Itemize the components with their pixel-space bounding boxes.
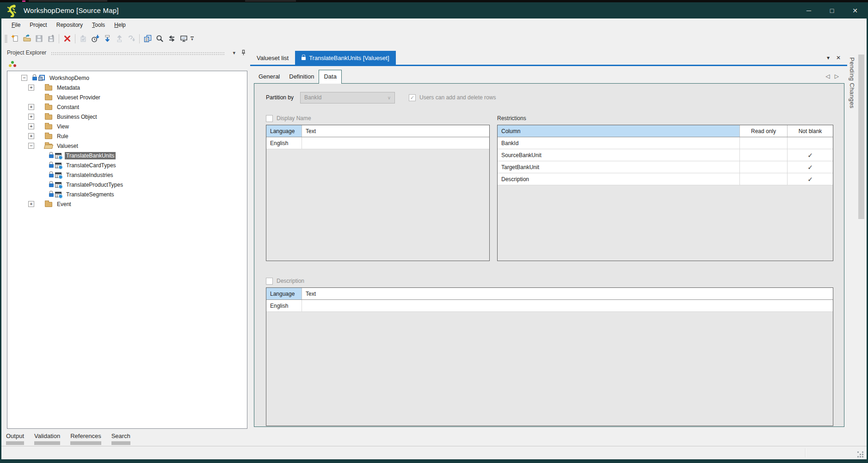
pending-changes-tab[interactable]: Pending Changes bbox=[849, 57, 856, 109]
restriction-row-bankid[interactable]: BankId bbox=[498, 137, 833, 149]
minimize-button[interactable]: ─ bbox=[797, 2, 820, 18]
save-as-button[interactable] bbox=[45, 33, 57, 44]
toolbar-options-button[interactable]: ▾ bbox=[191, 37, 194, 41]
search-button[interactable] bbox=[154, 33, 166, 44]
tree-item-metadata[interactable]: + Metadata bbox=[7, 83, 247, 92]
tree-item-label[interactable]: Event bbox=[55, 201, 73, 208]
delete-button[interactable] bbox=[61, 33, 73, 44]
cell-read-only[interactable] bbox=[740, 161, 788, 173]
tab-general[interactable]: General bbox=[254, 70, 284, 83]
restriction-row-sourcebankunit[interactable]: SourceBankUnit ✓ bbox=[498, 149, 833, 161]
tree-item-label[interactable]: TranslateCardTypes bbox=[65, 162, 117, 169]
collapse-expander-icon[interactable]: − bbox=[21, 75, 27, 81]
column-header-text[interactable]: Text bbox=[302, 125, 489, 137]
cell-text[interactable] bbox=[302, 137, 489, 149]
tab-translatebankunits-valueset[interactable]: TranslateBankUnits [Valueset] bbox=[295, 51, 395, 65]
save-button[interactable] bbox=[33, 33, 45, 44]
column-header-column[interactable]: Column bbox=[498, 125, 740, 137]
tree-item-label[interactable]: Business Object bbox=[55, 113, 98, 121]
cell-read-only[interactable] bbox=[740, 137, 788, 149]
tree-item-label[interactable]: TranslateSegments bbox=[65, 191, 116, 198]
expand-expander-icon[interactable]: + bbox=[28, 201, 34, 207]
restriction-row-targetbankunit[interactable]: TargetBankUnit ✓ bbox=[498, 161, 833, 173]
tree-item-label[interactable]: TranslateIndustries bbox=[65, 171, 115, 179]
tab-output[interactable]: Output bbox=[6, 433, 24, 445]
tree-item-workshopdemo[interactable]: − WorkshopDemo bbox=[7, 73, 247, 83]
tree-item-label[interactable]: Metadata bbox=[55, 84, 81, 91]
column-header-language[interactable]: Language bbox=[266, 288, 302, 299]
column-header-not-blank[interactable]: Not blank bbox=[788, 125, 833, 137]
tab-references[interactable]: References bbox=[70, 433, 101, 445]
add-check-button-disabled[interactable] bbox=[77, 33, 89, 44]
check-in-up-button-disabled[interactable] bbox=[113, 33, 125, 44]
tab-data[interactable]: Data bbox=[319, 70, 341, 84]
tree-item-view[interactable]: + View bbox=[7, 122, 247, 131]
toolbar-grip[interactable] bbox=[5, 35, 7, 43]
cell-column-name[interactable]: SourceBankUnit bbox=[498, 149, 740, 161]
swap-button[interactable] bbox=[166, 33, 178, 44]
cell-language[interactable]: English bbox=[266, 137, 302, 149]
maximize-button[interactable]: □ bbox=[820, 2, 843, 18]
panel-drag-texture[interactable] bbox=[51, 52, 225, 55]
menu-repository[interactable]: Repository bbox=[52, 20, 87, 30]
tree-item-label[interactable]: WorkshopDemo bbox=[48, 74, 91, 82]
partition-by-combobox[interactable]: BankId ∨ bbox=[300, 92, 395, 104]
expand-expander-icon[interactable]: + bbox=[28, 123, 34, 129]
tree-item-translateproducttypes[interactable]: TranslateProductTypes bbox=[7, 180, 247, 189]
cell-not-blank-check[interactable]: ✓ bbox=[788, 149, 833, 161]
tree-item-translateindustries[interactable]: TranslateIndustries bbox=[7, 170, 247, 180]
close-document-icon[interactable]: ✕ bbox=[836, 55, 841, 61]
close-button[interactable]: ✕ bbox=[843, 2, 867, 18]
tree-item-event[interactable]: + Event bbox=[7, 199, 247, 209]
scroll-left-icon[interactable]: ◁ bbox=[826, 73, 830, 79]
tree-item-label[interactable]: View bbox=[55, 123, 70, 130]
column-header-language[interactable]: Language bbox=[266, 125, 302, 137]
get-latest-button[interactable] bbox=[101, 33, 113, 44]
cell-not-blank[interactable] bbox=[788, 137, 833, 149]
undo-checkout-button-disabled[interactable] bbox=[125, 33, 137, 44]
cell-read-only[interactable] bbox=[740, 149, 788, 161]
tree-item-valueset[interactable]: − Valueset bbox=[7, 141, 247, 151]
cell-column-name[interactable]: TargetBankUnit bbox=[498, 161, 740, 173]
open-button[interactable] bbox=[21, 33, 33, 44]
grid-row-english[interactable]: English bbox=[266, 300, 833, 312]
expand-expander-icon[interactable]: + bbox=[28, 133, 34, 139]
cell-not-blank-check[interactable]: ✓ bbox=[788, 161, 833, 173]
resize-grip[interactable] bbox=[856, 451, 863, 457]
remote-screen-button[interactable] bbox=[178, 33, 190, 44]
cell-column-name[interactable]: BankId bbox=[498, 137, 740, 149]
tree-item-label[interactable]: Constant bbox=[55, 104, 80, 111]
status-dots-icon[interactable] bbox=[9, 61, 16, 67]
menu-tools[interactable]: Tools bbox=[87, 20, 110, 30]
column-header-read-only[interactable]: Read only bbox=[740, 125, 788, 137]
tree-item-rule[interactable]: + Rule bbox=[7, 131, 247, 141]
expand-expander-icon[interactable]: + bbox=[28, 85, 34, 91]
tab-valueset-list[interactable]: Valueset list bbox=[250, 51, 295, 65]
menu-project[interactable]: Project bbox=[25, 20, 51, 30]
project-tree[interactable]: − WorkshopDemo + Metadata Valueset Provi… bbox=[7, 71, 247, 429]
users-add-delete-checkbox[interactable]: ✓ bbox=[409, 94, 416, 101]
tab-validation[interactable]: Validation bbox=[34, 433, 60, 445]
new-object-button[interactable] bbox=[9, 33, 21, 44]
tree-item-business-object[interactable]: + Business Object bbox=[7, 112, 247, 122]
pending-changes-tab-bar[interactable] bbox=[858, 55, 864, 219]
tree-item-translatesegments[interactable]: TranslateSegments bbox=[7, 189, 247, 199]
tree-item-constant[interactable]: + Constant bbox=[7, 102, 247, 112]
display-name-checkbox[interactable] bbox=[266, 115, 273, 122]
check-in-clock-button[interactable] bbox=[89, 33, 101, 44]
grid-row-english[interactable]: English bbox=[266, 137, 489, 149]
menu-file[interactable]: File bbox=[7, 20, 25, 30]
restriction-row-description[interactable]: Description ✓ bbox=[498, 173, 833, 185]
description-checkbox[interactable] bbox=[266, 278, 273, 285]
tree-item-label[interactable]: Valueset bbox=[55, 142, 80, 150]
cell-read-only[interactable] bbox=[740, 173, 788, 185]
tree-item-label-selected[interactable]: TranslateBankUnits bbox=[65, 152, 116, 159]
tree-item-label[interactable]: TranslateProductTypes bbox=[65, 181, 124, 189]
expand-expander-icon[interactable]: + bbox=[28, 104, 34, 110]
cell-text[interactable] bbox=[302, 300, 833, 311]
column-header-text[interactable]: Text bbox=[302, 288, 833, 299]
tree-item-translatecardtypes[interactable]: TranslateCardTypes bbox=[7, 160, 247, 170]
panel-menu-dropdown-icon[interactable]: ▾ bbox=[230, 50, 238, 56]
expand-expander-icon[interactable]: + bbox=[28, 114, 34, 120]
titlebar[interactable]: WorkshopDemo [Source Map] ─ □ ✕ bbox=[1, 2, 867, 18]
